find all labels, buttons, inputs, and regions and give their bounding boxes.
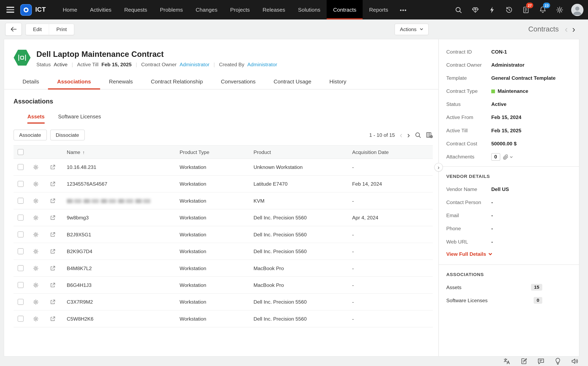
row-open-record-icon[interactable] — [50, 198, 55, 203]
created-by-link[interactable]: Administrator — [247, 62, 277, 67]
asset-name[interactable]: B6G4H1J3 — [61, 282, 180, 288]
row-checkbox[interactable] — [18, 316, 24, 322]
row-settings-gear-icon[interactable] — [33, 316, 38, 321]
row-checkbox[interactable] — [18, 265, 24, 271]
user-avatar[interactable] — [571, 3, 583, 16]
asset-name[interactable]: 9w8bmg3 — [61, 215, 180, 220]
subtab-assets[interactable]: Assets — [27, 114, 45, 123]
nav-item-requests[interactable]: Requests — [118, 0, 154, 19]
associate-button[interactable]: Associate — [14, 130, 47, 140]
row-checkbox[interactable] — [18, 198, 24, 204]
row-open-record-icon[interactable] — [50, 232, 55, 237]
gear-icon[interactable] — [552, 3, 567, 17]
nav-item-changes[interactable]: Changes — [189, 0, 224, 19]
col-product[interactable]: Product — [254, 149, 352, 155]
col-acquisition-date[interactable]: Acquisition Date — [352, 149, 433, 155]
chat-icon[interactable] — [537, 358, 545, 365]
asset-name[interactable] — [61, 198, 180, 203]
lamp-icon[interactable] — [555, 358, 561, 365]
row-open-record-icon[interactable] — [50, 164, 55, 170]
feedback-form-icon[interactable] — [520, 358, 527, 365]
asset-name[interactable]: B4M8K7L2 — [61, 265, 180, 271]
dissociate-button[interactable]: Dissociate — [50, 130, 85, 140]
tab-associations[interactable]: Associations — [48, 74, 100, 89]
translate-icon[interactable] — [503, 358, 510, 365]
tab-renewals[interactable]: Renewals — [100, 74, 142, 89]
tab-contract-relationship[interactable]: Contract Relationship — [142, 74, 212, 89]
pagination-next-icon[interactable]: › — [407, 131, 410, 139]
row-checkbox[interactable] — [18, 299, 24, 305]
row-settings-gear-icon[interactable] — [33, 198, 38, 203]
row-open-record-icon[interactable] — [50, 248, 55, 254]
nav-item-activities[interactable]: Activities — [84, 0, 118, 19]
view-full-details-link[interactable]: View Full Details — [446, 251, 572, 257]
tab-history[interactable]: History — [320, 74, 355, 89]
col-product-type[interactable]: Product Type — [180, 149, 254, 155]
col-name[interactable]: Name↑ — [61, 149, 180, 155]
search-icon[interactable] — [451, 3, 465, 17]
paperclip-icon[interactable] — [503, 154, 513, 160]
row-checkbox[interactable] — [18, 282, 24, 288]
row-checkbox[interactable] — [18, 215, 24, 221]
nav-more-button[interactable]: ••• — [395, 0, 412, 19]
bell-icon[interactable]: 23 — [536, 3, 550, 17]
back-button[interactable] — [5, 23, 22, 36]
table-search-icon[interactable] — [415, 132, 421, 138]
association-count-assets[interactable]: Assets15 — [446, 284, 572, 290]
row-checkbox[interactable] — [18, 231, 24, 237]
row-settings-gear-icon[interactable] — [33, 232, 38, 237]
panel-collapse-icon[interactable]: › — [434, 163, 443, 172]
nav-item-solutions[interactable]: Solutions — [292, 0, 327, 19]
row-checkbox[interactable] — [18, 181, 24, 187]
announcement-icon[interactable] — [571, 358, 578, 365]
history-icon[interactable] — [502, 3, 516, 17]
row-settings-gear-icon[interactable] — [33, 248, 38, 254]
row-settings-gear-icon[interactable] — [33, 265, 38, 271]
asset-name[interactable]: C3X7R9M2 — [61, 299, 180, 305]
nav-item-home[interactable]: Home — [56, 0, 84, 19]
pagination-prev-icon[interactable]: ‹ — [400, 131, 403, 139]
row-open-record-icon[interactable] — [50, 215, 55, 220]
gem-icon[interactable] — [468, 3, 482, 17]
row-open-record-icon[interactable] — [50, 282, 55, 288]
row-settings-gear-icon[interactable] — [33, 282, 38, 288]
nav-item-problems[interactable]: Problems — [154, 0, 189, 19]
asset-name[interactable]: C5W8H2K6 — [61, 316, 180, 321]
app-brand[interactable]: ICT — [20, 0, 46, 19]
row-checkbox[interactable] — [18, 248, 24, 254]
nav-item-contracts[interactable]: Contracts — [327, 0, 363, 19]
approvals-doc-icon[interactable]: 27 — [519, 3, 533, 17]
contract-owner-link[interactable]: Administrator — [180, 62, 209, 67]
row-checkbox[interactable] — [18, 164, 24, 170]
prev-record-icon[interactable]: ‹ — [562, 25, 570, 34]
actions-button[interactable]: Actions — [395, 23, 429, 35]
hamburger-menu-icon[interactable] — [0, 0, 20, 19]
row-open-record-icon[interactable] — [50, 299, 55, 305]
print-button[interactable]: Print — [49, 24, 74, 35]
row-settings-gear-icon[interactable] — [33, 164, 38, 170]
row-open-record-icon[interactable] — [50, 316, 55, 321]
row-settings-gear-icon[interactable] — [33, 299, 38, 305]
tab-details[interactable]: Details — [14, 74, 48, 89]
select-all-checkbox[interactable] — [18, 149, 24, 155]
asset-name[interactable]: B2K9G7D4 — [61, 248, 180, 254]
subtab-software-licenses[interactable]: Software Licenses — [58, 114, 101, 123]
lightning-icon[interactable] — [485, 3, 499, 17]
meta-separator: | — [136, 62, 137, 67]
edit-button[interactable]: Edit — [26, 24, 49, 35]
tab-contract-usage[interactable]: Contract Usage — [264, 74, 320, 89]
asset-name[interactable]: B2J9X5G1 — [61, 232, 180, 237]
nav-item-releases[interactable]: Releases — [256, 0, 292, 19]
row-open-record-icon[interactable] — [50, 181, 55, 187]
nav-item-reports[interactable]: Reports — [363, 0, 395, 19]
association-count-software-licenses[interactable]: Software Licenses0 — [446, 297, 572, 304]
asset-name[interactable]: 10.16.48.231 — [61, 164, 180, 170]
asset-name[interactable]: 12345576AS4567 — [61, 181, 180, 187]
tab-conversations[interactable]: Conversations — [212, 74, 265, 89]
next-record-icon[interactable]: › — [570, 25, 578, 34]
row-settings-gear-icon[interactable] — [33, 215, 38, 220]
nav-item-projects[interactable]: Projects — [224, 0, 256, 19]
row-settings-gear-icon[interactable] — [33, 181, 38, 187]
row-open-record-icon[interactable] — [50, 265, 55, 271]
column-settings-icon[interactable] — [426, 132, 433, 138]
